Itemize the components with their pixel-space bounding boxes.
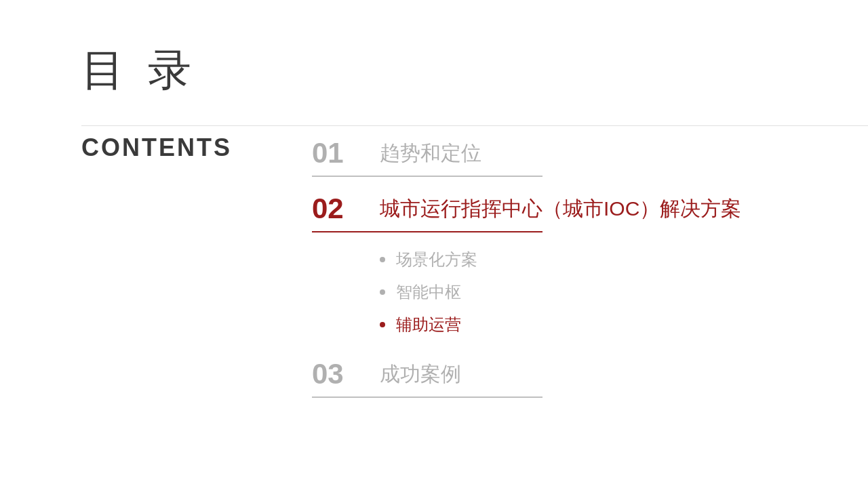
- menu-divider-01: [312, 176, 542, 177]
- menu-divider-03: [312, 396, 542, 398]
- sub-text-辅助运营: 辅助运营: [396, 314, 461, 336]
- menu-row-03: 03 成功案例: [312, 348, 814, 396]
- menu-title-03: 成功案例: [380, 361, 461, 388]
- menu-title-01: 趋势和定位: [380, 140, 481, 167]
- menu-section: 01 趋势和定位 02 城市运行指挥中心（城市IOC）解决方案 场景化方案: [298, 127, 814, 403]
- sub-item-场景化方案[interactable]: 场景化方案: [380, 243, 814, 276]
- bullet-辅助运营: [380, 322, 385, 327]
- sub-item-辅助运营[interactable]: 辅助运营: [380, 308, 814, 341]
- menu-divider-02: [312, 231, 542, 232]
- sub-item-智能中枢[interactable]: 智能中枢: [380, 276, 814, 308]
- bullet-智能中枢: [380, 289, 385, 295]
- page-title-zh: 目 录: [81, 41, 814, 100]
- menu-item-02[interactable]: 02 城市运行指挥中心（城市IOC）解决方案 场景化方案 智能中枢: [312, 182, 814, 348]
- bullet-场景化方案: [380, 257, 385, 262]
- top-divider: [81, 125, 868, 126]
- sub-text-场景化方案: 场景化方案: [396, 249, 477, 270]
- menu-number-02: 02: [312, 195, 366, 223]
- menu-item-03[interactable]: 03 成功案例: [312, 348, 814, 398]
- menu-row-01: 01 趋势和定位: [312, 127, 814, 176]
- menu-number-03: 03: [312, 360, 366, 388]
- sub-items-02: 场景化方案 智能中枢 辅助运营: [312, 238, 814, 348]
- menu-title-02: 城市运行指挥中心（城市IOC）解决方案: [380, 195, 741, 223]
- contents-label: CONTENTS: [81, 127, 298, 162]
- sub-text-智能中枢: 智能中枢: [396, 281, 461, 303]
- menu-item-01[interactable]: 01 趋势和定位: [312, 127, 814, 177]
- menu-number-01: 01: [312, 139, 366, 167]
- page-container: 目 录 CONTENTS 01 趋势和定位 02 城市运行指挥中心（城市IOC）…: [0, 0, 868, 488]
- menu-row-02: 02 城市运行指挥中心（城市IOC）解决方案: [312, 182, 814, 231]
- contents-section: CONTENTS 01 趋势和定位 02 城市运行指挥中心（城市IOC）解决方案: [81, 127, 814, 403]
